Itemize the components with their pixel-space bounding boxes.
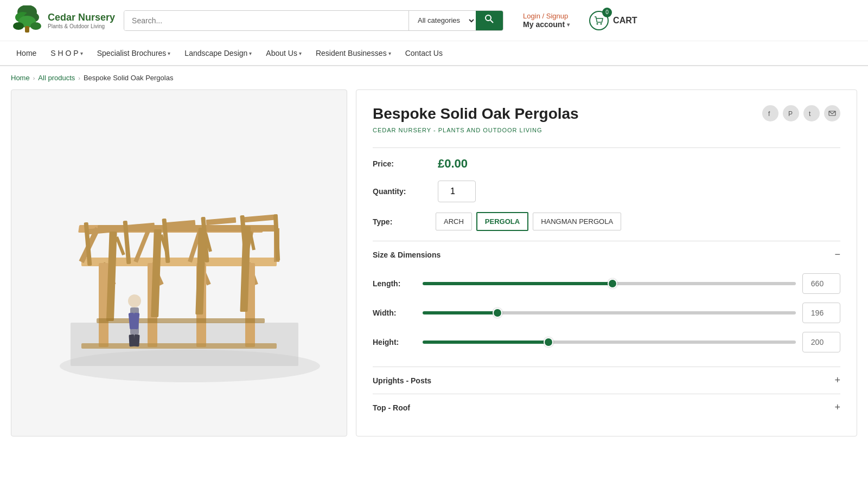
svg-rect-48 (81, 343, 277, 349)
dimensions-content: Length: Width: Height: (373, 268, 840, 367)
product-brand: CEDAR NURSERY - PLANTS AND OUTDOOR LIVIN… (373, 127, 579, 133)
cart-button[interactable]: 0 CART (589, 11, 637, 30)
search-input[interactable] (124, 11, 409, 30)
svg-text:f: f (768, 110, 770, 117)
nav-specialist-brochures[interactable]: Specialist Brochures ▾ (92, 41, 176, 65)
shop-chevron-icon: ▾ (80, 50, 83, 56)
size-dimensions-collapse-icon: − (834, 249, 840, 260)
nav-home[interactable]: Home (11, 41, 42, 65)
quantity-row: Quantity: (373, 181, 840, 202)
height-row: Height: (373, 332, 840, 352)
quantity-label: Quantity: (373, 187, 427, 196)
resident-chevron-icon: ▾ (388, 50, 391, 56)
nav-shop[interactable]: S H O P ▾ (45, 41, 88, 65)
twitter-icon: t (808, 110, 815, 117)
type-arch-button[interactable]: ARCH (436, 213, 472, 230)
pinterest-share-button[interactable]: P (783, 105, 799, 121)
search-bar: All categories (124, 10, 503, 31)
width-input[interactable] (802, 303, 840, 323)
search-icon (484, 14, 494, 24)
height-slider[interactable] (423, 341, 796, 344)
type-pergola-button[interactable]: PERGOLA (476, 212, 528, 231)
breadcrumb-sep-1: › (33, 75, 35, 81)
svg-point-6 (30, 22, 41, 30)
height-label: Height: (373, 338, 416, 346)
svg-rect-41 (151, 229, 162, 317)
uprights-posts-header[interactable]: Uprights - Posts + (373, 367, 840, 394)
svg-line-22 (136, 228, 149, 262)
svg-line-8 (490, 20, 493, 23)
width-row: Width: (373, 303, 840, 323)
type-options: ARCH PERGOLA HANGMAN PERGOLA (436, 212, 621, 231)
logo-sub: Plants & Outdoor Living (48, 23, 115, 29)
breadcrumb: Home › All products › Bespoke Solid Oak … (0, 66, 868, 89)
facebook-icon: f (767, 110, 774, 117)
svg-text:t: t (809, 110, 811, 117)
product-image-panel (11, 89, 347, 436)
search-button[interactable] (476, 11, 503, 30)
facebook-share-button[interactable]: f (762, 105, 778, 121)
size-dimensions-label: Size & Dimensions (373, 251, 441, 259)
nav-landscape-design[interactable]: Landscape Design ▾ (179, 41, 257, 65)
width-label: Width: (373, 309, 416, 317)
svg-rect-17 (206, 217, 237, 226)
svg-rect-4 (25, 26, 29, 33)
height-input[interactable] (802, 332, 840, 352)
svg-point-9 (597, 23, 598, 24)
svg-point-50 (128, 294, 141, 307)
my-account-button[interactable]: My account ▾ (523, 20, 570, 29)
category-select[interactable]: All categories (409, 11, 476, 30)
size-dimensions-header[interactable]: Size & Dimensions − (373, 241, 840, 268)
svg-line-47 (250, 232, 254, 250)
title-block: Bespoke Solid Oak Pergolas CEDAR NURSERY… (373, 105, 579, 139)
type-row: Type: ARCH PERGOLA HANGMAN PERGOLA (373, 212, 840, 231)
product-title: Bespoke Solid Oak Pergolas (373, 105, 579, 123)
navigation: Home S H O P ▾ Specialist Brochures ▾ La… (0, 41, 868, 66)
type-hangman-button[interactable]: HANGMAN PERGOLA (533, 213, 621, 230)
cart-label: CART (613, 16, 637, 25)
account-chevron-icon: ▾ (567, 22, 570, 28)
nav-about-us[interactable]: About Us ▾ (260, 41, 307, 65)
header: Cedar Nursery Plants & Outdoor Living Al… (0, 0, 868, 41)
breadcrumb-sep-2: › (78, 75, 80, 81)
price-label: Price: (373, 159, 427, 168)
svg-point-5 (13, 22, 24, 30)
svg-rect-49 (97, 318, 265, 323)
width-slider[interactable] (423, 311, 796, 314)
svg-rect-40 (106, 232, 117, 321)
uprights-posts-label: Uprights - Posts (373, 376, 431, 385)
length-slider[interactable] (423, 282, 796, 285)
login-link[interactable]: Login / Signup (523, 12, 568, 20)
quantity-input[interactable] (438, 181, 476, 202)
logo[interactable]: Cedar Nursery Plants & Outdoor Living (11, 5, 115, 35)
length-row: Length: (373, 273, 840, 294)
type-label: Type: (373, 217, 427, 226)
nav-resident-businesses[interactable]: Resident Businesses ▾ (310, 41, 397, 65)
svg-line-44 (117, 237, 124, 255)
breadcrumb-current: Bespoke Solid Oak Pergolas (84, 74, 173, 82)
length-input[interactable] (802, 273, 840, 294)
nav-contact-us[interactable]: Contact Us (400, 41, 448, 65)
svg-point-7 (486, 15, 491, 21)
cart-badge: 0 (602, 8, 612, 17)
product-image (27, 133, 331, 393)
cart-icon-wrap: 0 (589, 11, 609, 30)
email-share-button[interactable] (824, 105, 840, 121)
title-row: Bespoke Solid Oak Pergolas CEDAR NURSERY… (373, 105, 840, 139)
price-value: £0.00 (438, 157, 468, 171)
about-chevron-icon: ▾ (299, 50, 302, 56)
top-roof-header[interactable]: Top - Roof + (373, 394, 840, 421)
twitter-share-button[interactable]: t (803, 105, 820, 121)
main-content: Bespoke Solid Oak Pergolas CEDAR NURSERY… (0, 89, 868, 447)
breadcrumb-home[interactable]: Home (11, 74, 30, 82)
uprights-expand-icon: + (834, 375, 840, 386)
breadcrumb-all-products[interactable]: All products (38, 74, 75, 82)
price-row: Price: £0.00 (373, 157, 840, 171)
length-label: Length: (373, 279, 416, 288)
social-icons: f P t (762, 105, 840, 121)
pinterest-icon: P (788, 110, 794, 117)
email-icon (828, 110, 836, 117)
top-roof-expand-icon: + (834, 402, 840, 413)
cart-svg-icon (594, 16, 604, 25)
svg-rect-55 (133, 335, 139, 346)
